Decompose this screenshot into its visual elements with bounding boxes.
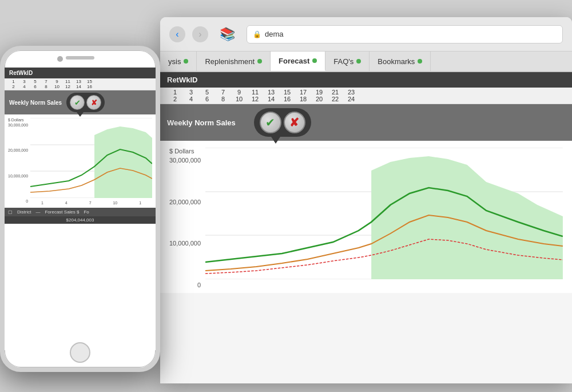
bookmarks-icon[interactable]: 📚 (220, 27, 235, 42)
week-numbers: 1 3 5 7 9 11 13 15 17 19 21 23 2 4 6 8 1… (160, 88, 572, 104)
phone-section-label: Weekly Norm Sales (9, 100, 62, 106)
phone-week-cell: 13 (73, 79, 84, 84)
phone-footer-separator: — (35, 209, 40, 215)
week-cell: 12 (247, 96, 263, 102)
week-cell: 14 (263, 96, 279, 102)
address-bar[interactable]: 🔒 dema (247, 25, 563, 43)
phone-retwkid-label: RetWkID (9, 70, 33, 76)
phone-week-numbers: 1 3 5 7 9 11 13 15 2 4 6 8 10 12 14 (5, 78, 156, 90)
tab-replenishment[interactable]: Replenishment (197, 52, 271, 71)
phone-week-cell: 15 (84, 79, 95, 84)
week-cell: 19 (311, 89, 327, 96)
week-cell: 4 (183, 96, 199, 102)
week-cell: 17 (295, 89, 311, 96)
check-green-icon: ✔ (265, 116, 275, 129)
phone-week-row-1: 1 3 5 7 9 11 13 15 (8, 79, 152, 84)
phone-chart-svg (30, 118, 152, 198)
week-row-2: 2 4 6 8 10 12 14 16 18 20 22 24 (167, 96, 565, 102)
week-cell: 22 (327, 96, 343, 102)
phone-y-label: 30,000,000 (8, 123, 28, 127)
phone-y-label: 20,000,000 (8, 148, 28, 152)
week-cell: 21 (327, 89, 343, 96)
week-cell: 15 (279, 89, 295, 96)
browser-toolbar: ‹ › 📚 🔒 dema (160, 17, 572, 52)
week-cell: 9 (231, 89, 247, 96)
week-cell: 20 (311, 96, 327, 102)
week-row-1: 1 3 5 7 9 11 13 15 17 19 21 23 (167, 89, 565, 96)
check-red-icon: ✘ (289, 116, 299, 129)
chart-area: $ Dollars 30,000,000 20,000,000 10,000,0… (160, 141, 572, 293)
forward-button[interactable]: › (192, 26, 208, 42)
phone-wrapper: RetWkID 1 3 5 7 9 11 13 15 2 4 6 8 (0, 46, 177, 383)
retwkid-header: RetWkID (160, 72, 572, 88)
phone-y-label: 0 (26, 199, 28, 203)
chart-svg (205, 148, 563, 279)
week-cell: 23 (343, 89, 359, 96)
phone-week-cell: 5 (30, 79, 41, 84)
phone-body: RetWkID 1 3 5 7 9 11 13 15 2 4 6 8 (0, 46, 160, 372)
phone-y-label: 10,000,000 (8, 174, 28, 178)
confirm-button[interactable]: ✔ (260, 112, 281, 133)
phone-chart-container: 1 4 7 10 1 (30, 118, 152, 198)
forecast-sales-label: Forecast Sales $ (45, 209, 79, 215)
week-cell: 3 (183, 89, 199, 96)
tab-forecast-dot (312, 58, 317, 63)
phone-section-header: Weekly Norm Sales ✔ ✘ (5, 90, 156, 114)
tab-replenishment-label: Replenishment (205, 57, 255, 66)
tab-faqs-label: FAQ's (333, 57, 353, 66)
week-cell: 13 (263, 89, 279, 96)
week-cell: 24 (343, 96, 359, 102)
week-cell: 10 (231, 96, 247, 102)
y-label: 0 (197, 282, 201, 288)
phone-x-label: 1 (41, 201, 43, 205)
back-button[interactable]: ‹ (169, 26, 185, 42)
week-cell: 6 (199, 96, 215, 102)
phone-check-green-icon: ✔ (74, 98, 81, 107)
tab-analysis-dot (184, 59, 188, 64)
tab-forecast-label: Forecast (279, 57, 309, 65)
tab-faqs-dot (356, 59, 361, 64)
tab-bookmarks-dot (418, 59, 422, 64)
week-cell: 11 (247, 89, 263, 96)
cancel-button[interactable]: ✘ (284, 112, 305, 133)
phone-screen: RetWkID 1 3 5 7 9 11 13 15 2 4 6 8 (5, 68, 156, 350)
phone-week-cell: 9 (51, 79, 62, 84)
phone-week-cell: 10 (51, 84, 62, 89)
phone-week-cell: 12 (62, 84, 73, 89)
phone-week-cell: 2 (8, 84, 19, 89)
tab-forecast[interactable]: Forecast (271, 52, 325, 71)
phone-check-bubble: ✔ ✘ (66, 93, 105, 112)
svg-marker-9 (94, 126, 152, 198)
fo-label: Fo (84, 209, 89, 215)
lock-icon: 🔒 (253, 30, 261, 38)
phone-week-cell: 4 (19, 84, 30, 89)
week-cell: 8 (215, 96, 231, 102)
browser-window: ‹ › 📚 🔒 dema ysis Replenishment Forecast… (160, 17, 572, 383)
week-cell: 18 (295, 96, 311, 102)
phone-week-row-2: 2 4 6 8 10 12 14 16 (8, 84, 152, 89)
phone-week-cell: 16 (84, 84, 95, 89)
browser-content: RetWkID 1 3 5 7 9 11 13 15 17 19 21 23 2… (160, 72, 572, 293)
svg-marker-4 (371, 156, 563, 279)
phone-home-button[interactable] (70, 342, 90, 363)
phone-speaker (66, 56, 94, 60)
week-cell: 5 (199, 89, 215, 96)
phone-y-axis-title: $ Dollars (8, 118, 30, 122)
phone-week-cell: 6 (30, 84, 41, 89)
phone-x-label: 1 (139, 201, 141, 205)
phone-week-cell: 1 (8, 79, 19, 84)
phone-week-cell: 3 (19, 79, 30, 84)
phone-footer-value: $204,044,003 (5, 216, 156, 224)
tab-faqs[interactable]: FAQ's (325, 52, 370, 71)
phone-cancel-button[interactable]: ✘ (86, 95, 101, 110)
phone-week-cell: 14 (73, 84, 84, 89)
phone-footer: ▢ District — Forecast Sales $ Fo (5, 208, 156, 216)
phone-week-cell: 11 (62, 79, 73, 84)
phone-x-label: 10 (113, 201, 117, 205)
tab-bookmarks[interactable]: Bookmarks (370, 52, 431, 71)
chart-container (205, 148, 563, 279)
week-cell: 7 (215, 89, 231, 96)
tab-bookmarks-label: Bookmarks (378, 57, 415, 66)
phone-confirm-button[interactable]: ✔ (70, 95, 85, 110)
phone-week-cell: 8 (41, 84, 51, 89)
